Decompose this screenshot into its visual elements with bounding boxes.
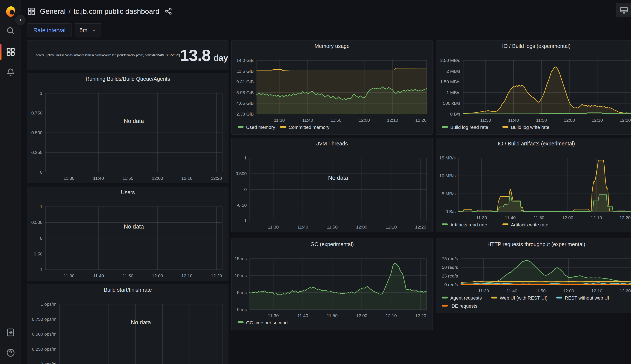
x-tick-label: 12:00 [359, 118, 370, 122]
legend-item[interactable]: Artifacts read rate [442, 222, 487, 228]
x-tick-label: 12:00 [563, 288, 574, 293]
breadcrumb-separator: / [69, 7, 71, 16]
y-tick-label: 11.6 GiB [237, 69, 254, 74]
y-tick-label: 1.50 MB/s [440, 79, 460, 84]
legend-item[interactable]: REST without web UI [556, 295, 609, 300]
rate-interval-value: 5m [80, 27, 88, 34]
panel-title[interactable]: Build start/finish rate [27, 287, 228, 293]
rate-interval-control[interactable]: Rate interval [27, 23, 72, 37]
y-tick-label: 15 MB/s [439, 156, 456, 160]
x-tick-label: 11:40 [302, 118, 313, 122]
y-tick-label: 2 MB/s [447, 69, 460, 74]
grid-lines [250, 158, 427, 221]
y-tick-label: 14.0 GiB [236, 58, 254, 63]
panel-title[interactable]: HTTP requests throughput (experimental) [436, 241, 631, 248]
legend-label: Committed memory [289, 125, 329, 130]
x-tick-label: 11:50 [331, 118, 341, 122]
legend-label: Web UI (with REST UI) [500, 295, 547, 300]
y-tick-label: 0.500 [31, 130, 43, 135]
breadcrumb-folder[interactable]: General [40, 7, 66, 16]
x-tick-label: 12:20 [415, 118, 427, 122]
stat-value: 13.8 [180, 46, 211, 64]
x-tick-label: 11:40 [297, 313, 308, 318]
y-tick-label: 0 [40, 170, 43, 174]
x-tick-label: 11:50 [122, 273, 133, 278]
panel-io-logs: IO / Build logs (experimental)2.50 MB/s2… [436, 40, 631, 134]
panel-gc: GC (experimental)15 ms10 ms5 ms0 ms11:30… [232, 238, 433, 330]
chevron-down-icon [92, 28, 96, 32]
panel-running-builds: Running Builds/Build Queue/Agents10.7500… [27, 73, 229, 184]
x-tick-label: 11:40 [93, 176, 104, 180]
y-tick-label: 1 [40, 204, 43, 209]
panel-users: Users10.5000-0.50-111:3011:4011:5012:001… [27, 186, 229, 281]
legend-item[interactable]: IDE requests [442, 303, 477, 309]
x-tick-label: 12:10 [592, 118, 603, 122]
y-tick-label: 0 ops/m [41, 362, 57, 364]
x-tick-label: 12:20 [211, 273, 222, 278]
stat-unit: day [213, 53, 228, 63]
rate-interval-select[interactable]: 5m [75, 23, 101, 37]
x-tick-label: 12:00 [356, 224, 367, 230]
stat-query-label: server_uptime_milliseconds{instance="mai… [36, 54, 180, 57]
x-tick-label: 11:40 [297, 224, 308, 230]
legend-item[interactable]: Web UI (with REST UI) [491, 295, 547, 300]
x-tick-label: 11:30 [478, 288, 489, 293]
legend-item[interactable]: Artifacts write rate [502, 222, 548, 228]
x-tick-label: 12:20 [415, 224, 426, 230]
search-icon[interactable] [6, 26, 15, 36]
panel-title[interactable]: Running Builds/Build Queue/Agents [27, 76, 228, 82]
panel-title[interactable]: IO / Build logs (experimental) [436, 43, 631, 49]
panel-title[interactable]: Memory usage [232, 43, 433, 49]
legend-label: GC time per second [246, 320, 288, 326]
y-tick-label: 0.750 ops/m [32, 317, 57, 322]
chart-http: 75 req/s50 req/s25 req/s0 req/s11:3011:4… [436, 248, 631, 313]
panel-server-uptime: server_uptime_milliseconds{instance="mai… [27, 40, 229, 70]
x-tick-label: 11:50 [534, 215, 544, 220]
y-tick-label: 0 B/s [450, 112, 460, 116]
y-tick-label: 500 kB/s [443, 101, 460, 106]
y-tick-label: 2.50 MB/s [440, 58, 460, 63]
x-tick-label: 11:40 [508, 118, 519, 122]
legend-label: REST without web UI [565, 295, 609, 300]
legend-item[interactable]: Build log read rate [442, 125, 488, 130]
y-tick-label: 0 ms [237, 307, 247, 312]
series-fill [459, 195, 631, 212]
bell-icon[interactable] [6, 68, 15, 77]
x-tick-label: 11:50 [122, 176, 133, 180]
panel-title[interactable]: Users [27, 189, 228, 196]
dashboard-toolbar: Rate interval 5m [27, 23, 101, 37]
legend-item[interactable]: Used memory [238, 125, 275, 130]
chart-memory: 14.0 GiB11.6 GiB9.31 GiB6.98 GiB4.66 GiB… [232, 50, 433, 134]
kiosk-mode-icon[interactable] [616, 3, 631, 18]
y-tick-label: 6.98 GiB [236, 90, 254, 95]
y-tick-label: 1 [244, 156, 247, 160]
x-tick-label: 12:20 [619, 118, 631, 122]
rate-interval-label[interactable]: Rate interval [27, 27, 72, 34]
breadcrumb: General / tc.jb.com public dashboard [40, 7, 159, 16]
x-tick-label: 11:40 [93, 273, 104, 278]
y-tick-label: 0.250 [31, 150, 43, 155]
chart-running-builds: 10.7500.5000.250011:3011:4011:5012:0012:… [27, 83, 228, 184]
panel-title[interactable]: JVM Threads [232, 140, 433, 147]
panel-title[interactable]: GC (experimental) [232, 241, 433, 248]
x-tick-label: 11:30 [268, 313, 279, 318]
chart-io-artifacts: 15 MB/s10 MB/s5 MB/s0 B/s11:3011:4011:50… [436, 148, 631, 232]
x-tick-label: 11:30 [274, 118, 285, 122]
x-tick-label: 12:10 [385, 313, 397, 318]
expand-sidebar-button[interactable] [15, 15, 26, 25]
panel-memory: Memory usage14.0 GiB11.6 GiB9.31 GiB6.98… [232, 40, 433, 134]
legend-label: Used memory [246, 125, 275, 130]
legend-item[interactable]: Agent requests [442, 295, 482, 300]
share-icon[interactable] [164, 8, 172, 15]
grafana-logo[interactable] [4, 6, 17, 16]
legend-item[interactable]: Build log write rate [502, 125, 549, 130]
x-tick-label: 11:30 [64, 273, 75, 278]
legend-label: Artifacts write rate [511, 222, 548, 228]
y-tick-label: 0 [40, 236, 43, 240]
panel-title[interactable]: IO / Build artifacts (experimental) [436, 140, 631, 147]
legend-item[interactable]: GC time per second [238, 320, 288, 326]
dashboards-icon[interactable] [6, 47, 15, 56]
sign-in-icon[interactable] [6, 328, 15, 337]
legend-item[interactable]: Committed memory [280, 125, 329, 130]
help-icon[interactable] [6, 348, 15, 358]
